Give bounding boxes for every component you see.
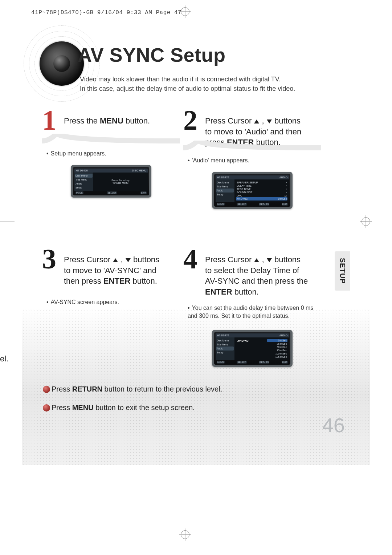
tv-row-l: SPEAKER SETUP bbox=[237, 181, 258, 184]
print-header-meta: 41P~78P(DS470)-GB 9/16/04 9:33 AM Page 4… bbox=[31, 9, 181, 16]
tv-side-item: Title Menu bbox=[216, 343, 234, 347]
tv2-title-left: HT-DS470 bbox=[217, 176, 229, 179]
tv-side-item: Setup bbox=[216, 351, 234, 355]
tv4-option: 75 mSec bbox=[267, 349, 287, 352]
tv-row-l: TEST TONE bbox=[237, 188, 251, 190]
triangle-down-icon bbox=[267, 258, 272, 262]
triangle-down-icon bbox=[126, 258, 131, 262]
registration-mark-icon bbox=[181, 7, 189, 16]
t: MENU bbox=[72, 404, 94, 412]
tv-foot-item: SELECT bbox=[237, 203, 246, 206]
tv-foot-item: MOVE bbox=[75, 191, 83, 194]
t: button. bbox=[232, 287, 259, 296]
tv1-side-item: Disc Menu bbox=[75, 174, 93, 178]
tv-foot-item: SELECT bbox=[237, 361, 246, 364]
tv1-side-item: Setup bbox=[75, 186, 93, 190]
t: Press bbox=[52, 404, 72, 412]
bullet-icon bbox=[43, 386, 50, 393]
step-number-4: 4 bbox=[183, 245, 197, 273]
tv1-side-item: Title Menu bbox=[75, 178, 93, 182]
tv-row-r: › bbox=[286, 185, 287, 187]
triangle-up-icon bbox=[254, 258, 259, 262]
tv-row-r: › bbox=[286, 181, 287, 184]
t: button to exit the setup screen. bbox=[94, 404, 195, 412]
tv-row-l: DRC bbox=[237, 194, 242, 197]
crop-mark bbox=[7, 530, 22, 530]
triangle-up-icon bbox=[254, 119, 259, 123]
step-4-bullet: •You can set the audio delay time betwee… bbox=[183, 304, 321, 320]
tv-row-r: : 2 bbox=[284, 194, 287, 197]
tv-foot-item: SELECT bbox=[107, 191, 117, 194]
tv-foot-item: MOVE bbox=[217, 203, 225, 206]
t: You can set the audio delay time between… bbox=[188, 305, 313, 319]
tv4-option: 125 mSec bbox=[267, 355, 287, 358]
tv1-main-line: for Disc Menu bbox=[113, 182, 128, 184]
bullet-icon bbox=[43, 404, 50, 412]
step-3-bullet: •AV-SYNC screen appears. bbox=[42, 298, 180, 306]
step-1-bullet-text: Setup menu appears. bbox=[51, 150, 106, 157]
tv-side-item: Audio bbox=[216, 347, 234, 351]
tv-row-l: DELAY TIME bbox=[237, 185, 252, 187]
cut-edge-fragment: el. bbox=[0, 354, 8, 364]
t: to select the Delay Time of bbox=[205, 266, 299, 275]
tv4-label: AV-SYNC bbox=[236, 339, 267, 358]
triangle-down-icon bbox=[267, 119, 272, 123]
tv-side-item: Disc Menu bbox=[216, 339, 234, 343]
tv4-option: 100 mSec bbox=[267, 352, 287, 355]
footer-note-menu: Press MENU button to exit the setup scre… bbox=[44, 404, 327, 412]
tv1-main: Press Enter key for Disc Menu bbox=[93, 173, 148, 191]
step-1-bold: MENU bbox=[100, 116, 123, 125]
step-1-post: button. bbox=[123, 116, 150, 125]
section-side-tab: SETUP bbox=[335, 251, 350, 291]
t: to move to 'Audio' and then bbox=[205, 127, 301, 136]
footer-note-return: Press RETURN button to return to the pre… bbox=[44, 385, 327, 393]
tv1-sidebar: Disc Menu Title Menu Audio Setup bbox=[74, 173, 93, 191]
t: buttons bbox=[272, 255, 301, 264]
t: buttons bbox=[272, 116, 301, 125]
tv4-option: 25 mSec bbox=[267, 342, 287, 345]
crop-mark bbox=[7, 25, 22, 25]
tv2-sidebar: Disc Menu Title Menu Audio Setup bbox=[216, 179, 234, 202]
tv-row-r: : 0 mSec bbox=[277, 198, 287, 200]
tv4-option: 0 mSec bbox=[267, 339, 287, 342]
t: button to return to the previous level. bbox=[102, 385, 222, 393]
tv-foot-item: EXIT bbox=[282, 361, 288, 364]
t: Press bbox=[52, 385, 72, 393]
tv1-title-right: DISC MENU bbox=[132, 169, 146, 172]
tv1-footer: MOVE SELECT EXIT bbox=[74, 191, 148, 195]
page-title: AV SYNC Setup bbox=[78, 44, 226, 66]
t: RETURN bbox=[72, 385, 102, 393]
t: AV-SYNC screen appears. bbox=[51, 299, 119, 305]
tv-row-r: › bbox=[286, 191, 287, 194]
t: AV-SYNC and then press the bbox=[205, 276, 308, 285]
tv-row-l: AV-SYNC bbox=[237, 198, 248, 200]
step-1-bullet: •Setup menu appears. bbox=[42, 150, 180, 158]
tv-row-r: › bbox=[286, 188, 287, 190]
tv4-main: AV-SYNC 0 mSec 25 mSec 50 mSec 75 mSec 1… bbox=[234, 337, 289, 360]
triangle-up-icon bbox=[113, 258, 118, 262]
t: Press Cursor bbox=[64, 255, 113, 264]
tv-side-item: Title Menu bbox=[216, 185, 234, 189]
step-2-bullet: •'Audio' menu appears. bbox=[183, 157, 321, 165]
tv-foot-item: EXIT bbox=[282, 203, 288, 206]
tv1-main-line: Press Enter key bbox=[111, 179, 129, 182]
tv2-footer: MOVE SELECT RETURN EXIT bbox=[216, 202, 289, 206]
step-3-text: Press Cursor , buttons to move to 'AV-SY… bbox=[64, 251, 180, 287]
tv2-title-right: AUDIO bbox=[279, 176, 287, 179]
step-4-text: Press Cursor , buttons to select the Del… bbox=[205, 251, 321, 297]
tv-side-item: Setup bbox=[216, 193, 234, 197]
tv-foot-item: EXIT bbox=[140, 191, 147, 194]
tv-foot-item: RETURN bbox=[259, 361, 269, 364]
page-body: AV SYNC Setup Video may look slower than… bbox=[22, 22, 370, 533]
section-side-tab-label: SETUP bbox=[338, 258, 347, 284]
t: 'Audio' menu appears. bbox=[192, 157, 249, 163]
step-number-2: 2 bbox=[183, 106, 197, 134]
step-1-text: Press the MENU button. bbox=[64, 112, 180, 126]
tv-foot-item: MOVE bbox=[217, 361, 225, 364]
step-number-3: 3 bbox=[42, 245, 56, 273]
tv4-title-left: HT-DS470 bbox=[217, 334, 229, 337]
step-1: 1 Press the MENU button. •Setup menu app… bbox=[42, 108, 180, 198]
crop-mark bbox=[0, 222, 15, 222]
tv-side-item: Disc Menu bbox=[216, 181, 234, 185]
tv-side-item: Audio bbox=[216, 189, 234, 193]
